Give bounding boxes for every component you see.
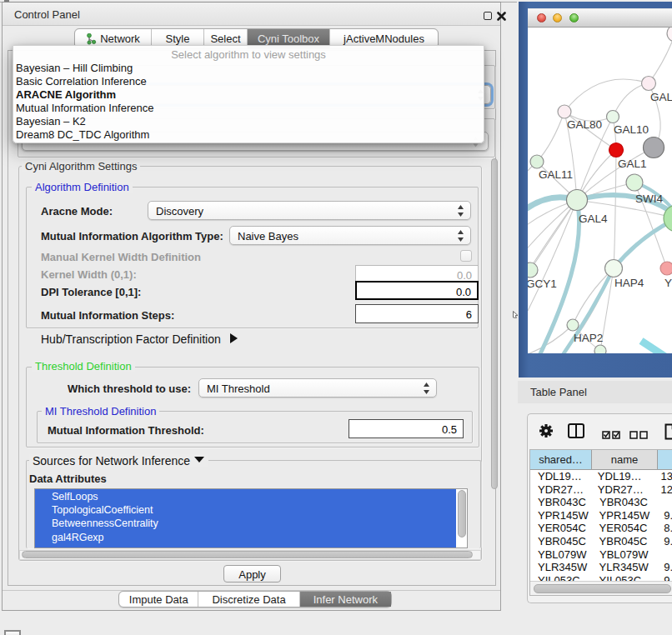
svg-text:GCY1: GCY1 — [528, 278, 557, 290]
svg-text:HAP4: HAP4 — [614, 277, 644, 289]
svg-text:SWI4: SWI4 — [635, 192, 663, 205]
svg-text:GAL11: GAL11 — [539, 168, 573, 181]
svg-text:GAL1: GAL1 — [618, 158, 647, 170]
svg-text:GAL80: GAL80 — [567, 118, 602, 131]
svg-text:Y: Y — [664, 277, 672, 289]
svg-text:HAP2: HAP2 — [574, 332, 603, 344]
svg-text:GAL7: GAL7 — [650, 91, 672, 103]
svg-text:GAL10: GAL10 — [614, 123, 649, 136]
svg-text:GAL4: GAL4 — [579, 212, 608, 225]
